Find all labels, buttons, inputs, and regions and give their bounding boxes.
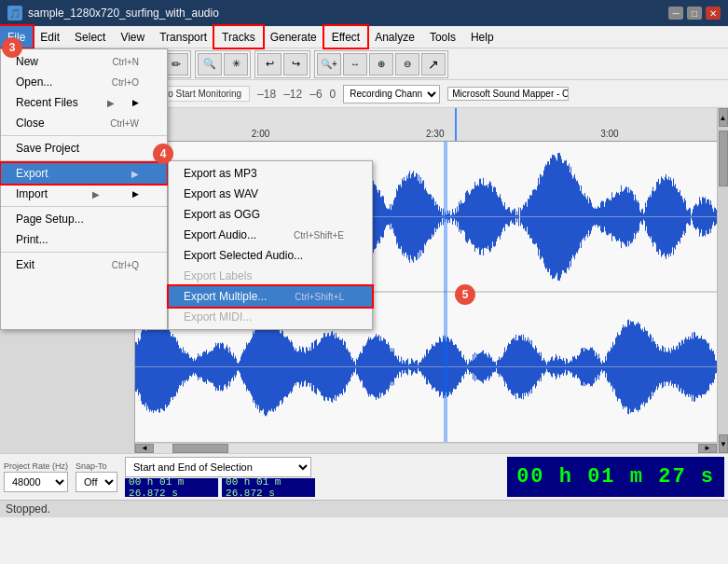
menu-select[interactable]: Select	[67, 26, 113, 48]
close-button[interactable]: ✕	[706, 7, 721, 20]
menu-analyze[interactable]: Analyze	[367, 26, 422, 48]
menu-item-export-selected[interactable]: Export Selected Audio...	[169, 245, 372, 266]
menu-help[interactable]: Help	[463, 26, 501, 48]
menu-item-export-ogg[interactable]: Export as OGG	[169, 204, 372, 225]
divider-2	[1, 160, 167, 161]
title-bar: 🎵 sample_1280x720_surfing_with_audio ─ □…	[0, 0, 728, 26]
scroll-up-btn[interactable]: ▲	[719, 108, 728, 127]
menu-item-import[interactable]: Import ▶	[1, 184, 167, 204]
file-menu: New Ctrl+N Open... Ctrl+O Recent Files ▶…	[0, 48, 168, 330]
project-rate-select[interactable]: 48000	[4, 472, 68, 492]
project-rate-label: Project Rate (Hz)	[4, 461, 68, 471]
menu-tracks[interactable]: Tracks	[214, 26, 263, 48]
time-inputs: 00 h 01 m 26.872 s 00 h 01 m 26.872 s	[125, 478, 503, 497]
status-text: Stopped.	[6, 502, 50, 516]
menu-item-export-multiple[interactable]: Export Multiple... Ctrl+Shift+L	[169, 286, 372, 307]
menu-item-export-audio[interactable]: Export Audio... Ctrl+Shift+E	[169, 225, 372, 245]
output-device[interactable]: Microsoft Sound Mapper - O	[447, 87, 569, 101]
menu-item-print[interactable]: Print...	[1, 229, 167, 250]
project-rate-group: Project Rate (Hz) 48000	[4, 461, 68, 492]
export-submenu: Export as MP3 Export as WAV Export as OG…	[168, 160, 373, 330]
status-area: Project Rate (Hz) 48000 Snap-To Off Star…	[0, 453, 728, 504]
menu-edit[interactable]: Edit	[33, 26, 67, 48]
menu-item-page-setup[interactable]: Page Setup...	[1, 209, 167, 229]
menu-item-new[interactable]: New Ctrl+N	[1, 51, 167, 72]
menu-item-export-labels: Export Labels	[169, 266, 372, 286]
snap-to-group: Snap-To Off	[76, 461, 117, 492]
menu-item-exit[interactable]: Exit Ctrl+Q	[1, 254, 167, 275]
file-dropdown: New Ctrl+N Open... Ctrl+O Recent Files ▶…	[0, 48, 373, 330]
scroll-thumb-v[interactable]	[719, 131, 728, 186]
menu-item-open[interactable]: Open... Ctrl+O	[1, 72, 167, 92]
menu-item-export-mp3[interactable]: Export as MP3	[169, 163, 372, 184]
vertical-scrollbar[interactable]: ▲ ▼	[717, 108, 728, 453]
divider-3	[1, 206, 167, 207]
menu-item-recent[interactable]: Recent Files ▶	[1, 92, 167, 113]
menu-effect[interactable]: Effect	[324, 26, 367, 48]
scroll-thumb[interactable]	[172, 444, 228, 453]
scroll-left-btn[interactable]: ◄	[135, 444, 154, 453]
menu-bar: File Edit Select View Transport Tracks G…	[0, 26, 728, 48]
menu-item-close[interactable]: Close Ctrl+W	[1, 113, 167, 133]
time-display: 00 h 01 m 27 s	[507, 457, 724, 497]
playhead	[455, 108, 457, 141]
menu-item-export-midi: Export MIDI...	[169, 307, 372, 327]
scroll-down-btn[interactable]: ▼	[719, 434, 728, 453]
selection-marker	[444, 142, 447, 442]
selection-start-input[interactable]: 00 h 01 m 26.872 s	[125, 478, 218, 497]
selection-group: Start and End of Selection 00 h 01 m 26.…	[125, 457, 503, 497]
maximize-button[interactable]: □	[687, 7, 702, 20]
horizontal-scrollbar[interactable]: ◄ ►	[135, 442, 717, 453]
scroll-right-btn[interactable]: ►	[698, 444, 717, 453]
menu-item-export[interactable]: Export ▶	[1, 163, 167, 184]
selection-mode-select[interactable]: Start and End of Selection	[125, 457, 311, 477]
zoom-norm-button[interactable]: ↗	[421, 53, 446, 76]
menu-file[interactable]: File	[0, 26, 33, 48]
divider-1	[1, 135, 167, 136]
divider-4	[1, 252, 167, 253]
snap-to-select[interactable]: Off	[76, 472, 117, 492]
scroll-track[interactable]	[154, 444, 698, 453]
window-title: sample_1280x720_surfing_with_audio	[28, 7, 219, 20]
menu-transport[interactable]: Transport	[152, 26, 214, 48]
snap-to-label: Snap-To	[76, 461, 117, 471]
minimize-button[interactable]: ─	[668, 7, 683, 20]
zoom-out2-button[interactable]: ⊖	[395, 53, 419, 76]
menu-item-save-project[interactable]: Save Project	[1, 138, 167, 158]
status-bottom: Stopped.	[0, 500, 728, 517]
menu-item-export-wav[interactable]: Export as WAV	[169, 184, 372, 204]
menu-generate[interactable]: Generate	[263, 26, 324, 48]
app-icon: 🎵	[7, 6, 22, 21]
selection-end-input[interactable]: 00 h 01 m 26.872 s	[222, 478, 315, 497]
menu-tools[interactable]: Tools	[422, 26, 463, 48]
menu-view[interactable]: View	[113, 26, 152, 48]
